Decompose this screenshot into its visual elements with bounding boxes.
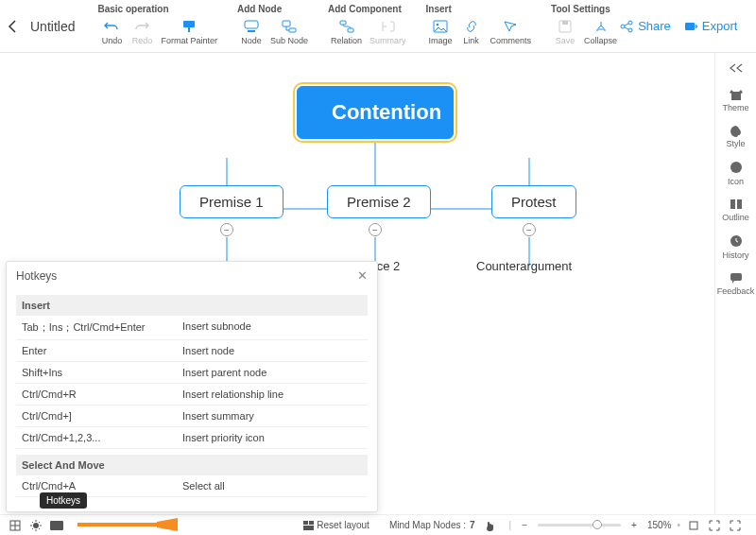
status-grid-icon[interactable] [8, 518, 23, 533]
svg-rect-5 [289, 28, 296, 32]
svg-rect-22 [77, 523, 161, 526]
zoom-in-button[interactable]: + [627, 520, 642, 530]
insert-link-button[interactable]: Link [457, 16, 486, 47]
svg-rect-15 [685, 23, 695, 30]
redo-button[interactable]: Redo [128, 16, 156, 47]
hk-row: Ctrl/Cmd+]Insert summary [16, 406, 368, 427]
smiley-icon [729, 160, 744, 175]
node-protest[interactable]: Protest [491, 185, 576, 218]
svg-rect-25 [50, 521, 63, 530]
hotkeys-panel: Hotkeys ✕ InsertTab；Ins；Ctrl/Cmd+EnterIn… [6, 261, 378, 512]
group-addnode-label: Add Node [237, 4, 311, 14]
svg-point-9 [437, 24, 439, 26]
svg-rect-4 [283, 21, 290, 26]
hand-icon[interactable] [483, 518, 498, 533]
save-button[interactable]: Save [551, 16, 579, 47]
palette-icon [729, 124, 744, 137]
node-counterargument[interactable]: Counterargument [476, 259, 572, 273]
toggle-p1[interactable]: − [220, 223, 233, 236]
group-basic-label: Basic operation [97, 4, 220, 14]
insert-image-button[interactable]: Image [426, 16, 455, 47]
summary-button[interactable]: Summary [367, 16, 409, 47]
hk-row: EnterInsert node [16, 340, 368, 362]
hotkeys-tooltip: Hotkeys [40, 492, 87, 509]
sidebar-history[interactable]: History [715, 228, 756, 266]
node-root[interactable]: Contention [297, 86, 454, 139]
group-insert-label: Insert [426, 4, 535, 14]
svg-point-24 [33, 523, 39, 528]
svg-rect-29 [690, 522, 697, 529]
export-button[interactable]: Export [684, 19, 738, 33]
nodes-count-label: Mind Map Nodes : [389, 520, 466, 530]
svg-rect-2 [245, 21, 258, 28]
hk-row: Ctrl/Cmd+1,2,3...Insert priority icon [16, 427, 368, 449]
center-icon[interactable] [707, 518, 722, 533]
share-button[interactable]: Share [620, 19, 671, 33]
hk-section: Select And Move [16, 455, 368, 475]
sidebar-outline[interactable]: Outline [715, 192, 756, 228]
group-addcomp-label: Add Component [328, 4, 409, 14]
zoom-out-button[interactable]: − [517, 520, 532, 530]
hk-row: Ctrl/Cmd+RInsert relationship line [16, 384, 368, 406]
svg-rect-3 [248, 30, 255, 32]
node-premise2[interactable]: Premise 2 [327, 185, 431, 218]
svg-point-12 [628, 21, 632, 25]
sidebar-icon[interactable]: Icon [715, 154, 756, 192]
zoom-slider[interactable] [538, 524, 621, 526]
svg-rect-0 [183, 21, 195, 27]
undo-button[interactable]: Undo [97, 16, 126, 47]
svg-rect-26 [303, 521, 308, 525]
format-painter-button[interactable]: Format Painter [158, 16, 220, 47]
sidebar-style[interactable]: Style [715, 118, 756, 154]
svg-rect-17 [730, 199, 735, 209]
clock-icon [729, 233, 744, 249]
svg-point-16 [730, 162, 742, 173]
outline-icon [729, 198, 744, 211]
add-node-button[interactable]: Node [237, 16, 266, 47]
toggle-p2[interactable]: − [369, 223, 382, 236]
status-sun-icon[interactable] [28, 518, 43, 533]
status-keyboard-icon[interactable] [49, 518, 64, 533]
fit-icon[interactable] [686, 518, 701, 533]
svg-rect-6 [340, 21, 346, 25]
collapse-button[interactable]: Collapse [581, 16, 620, 47]
relation-button[interactable]: Relation [328, 16, 365, 47]
node-premise1[interactable]: Premise 1 [180, 185, 284, 218]
sidebar-collapse-icon[interactable] [715, 60, 756, 82]
annotation-arrow-icon [77, 518, 178, 531]
group-tools-label: Tool Settings [551, 4, 620, 14]
svg-rect-7 [348, 28, 353, 32]
hk-section: Insert [16, 295, 368, 316]
svg-point-14 [628, 28, 632, 32]
svg-rect-18 [737, 199, 742, 209]
right-sidebar: Theme Style Icon Outline History Feedbac… [714, 53, 756, 514]
sidebar-theme[interactable]: Theme [715, 82, 756, 118]
reset-layout-button[interactable]: Reset layout [299, 520, 374, 530]
toggle-p3[interactable]: − [523, 223, 536, 236]
svg-point-13 [621, 25, 625, 28]
hk-row: Shift+InsInsert parent node [16, 362, 368, 384]
hotkeys-close-icon[interactable]: ✕ [357, 268, 368, 283]
svg-rect-20 [730, 273, 742, 281]
add-subnode-button[interactable]: Sub Node [267, 16, 311, 47]
insert-comments-button[interactable]: Comments [488, 16, 535, 47]
svg-rect-11 [562, 21, 568, 25]
hk-row: Tab；Ins；Ctrl/Cmd+EnterInsert subnode [16, 316, 368, 340]
svg-rect-27 [309, 521, 314, 525]
sidebar-feedback[interactable]: Feedback [715, 266, 756, 302]
toolbar: Basic operation Undo Redo Format Painter… [97, 0, 620, 52]
svg-rect-28 [303, 526, 314, 530]
chat-icon [729, 271, 744, 285]
zoom-value: 150% [647, 520, 672, 530]
back-button[interactable] [8, 17, 17, 36]
document-title[interactable]: Untitled [30, 19, 75, 34]
svg-rect-1 [188, 27, 190, 32]
shirt-icon [729, 88, 744, 101]
hotkeys-title: Hotkeys [16, 269, 57, 283]
nodes-count: 7 [470, 520, 475, 530]
fullscreen-icon[interactable] [728, 518, 743, 533]
